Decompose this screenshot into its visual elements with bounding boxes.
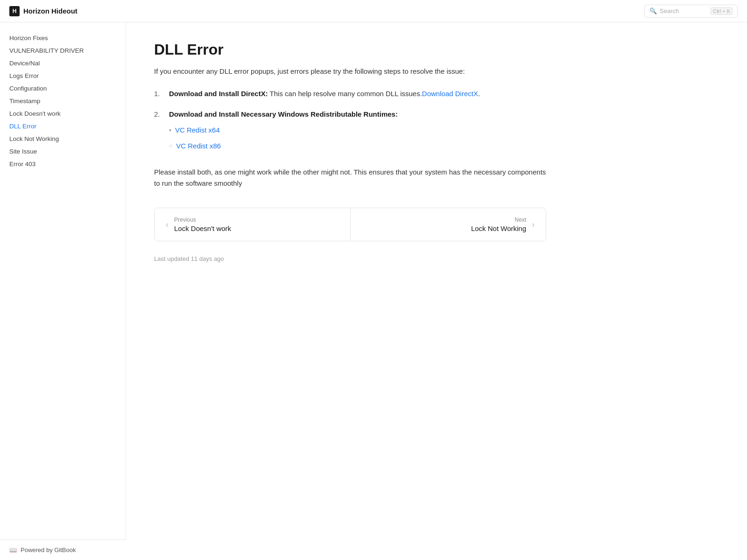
logo-icon: H <box>9 6 20 16</box>
powered-by-label: Powered by GitBook <box>21 546 76 553</box>
main-content: DLL Error If you encounter any DLL error… <box>126 22 574 560</box>
intro-text: If you encounter any DLL error popups, j… <box>154 66 546 77</box>
sub-item-link-2-2[interactable]: VC Redist x86 <box>176 140 221 152</box>
sidebar-item-timestamp[interactable]: Timestamp <box>0 95 126 107</box>
sidebar-item-logs-error[interactable]: Logs Error <box>0 70 126 82</box>
search-bar[interactable]: 🔍 Search Ctrl + K <box>644 5 738 18</box>
sub-list-2: VC Redist x64VC Redist x86 <box>169 125 546 152</box>
sidebar: Horizon FixesVULNERABILITY DRIVERDevice/… <box>0 22 126 560</box>
page-layout: Horizon FixesVULNERABILITY DRIVERDevice/… <box>0 22 747 560</box>
steps-list: 1.Download and Install DirectX: This can… <box>154 88 546 155</box>
site-name: Horizon Hideout <box>23 7 78 15</box>
sidebar-item-vulnerability-driver[interactable]: VULNERABILITY DRIVER <box>0 44 126 57</box>
sidebar-item-lock-not-working[interactable]: Lock Not Working <box>0 133 126 145</box>
sidebar-item-lock-doesnt-work[interactable]: Lock Doesn't work <box>0 107 126 120</box>
prev-nav-text: Previous Lock Doesn't work <box>174 217 231 232</box>
step-item-1: 1.Download and Install DirectX: This can… <box>154 88 546 99</box>
nav-cards: ‹ Previous Lock Doesn't work Next Lock N… <box>154 208 546 241</box>
next-nav-card[interactable]: Next Lock Not Working › <box>350 208 546 241</box>
search-shortcut: Ctrl + K <box>711 7 733 15</box>
step-content-2: Download and Install Necessary Windows R… <box>169 109 546 155</box>
step-item-2: 2.Download and Install Necessary Windows… <box>154 109 546 155</box>
sidebar-item-device-nal[interactable]: Device/Nal <box>0 57 126 70</box>
sub-list-inner-2: VC Redist x86 <box>169 140 546 152</box>
sub-item-link-2-1[interactable]: VC Redist x64 <box>175 125 220 136</box>
next-nav-text: Next Lock Not Working <box>471 217 526 232</box>
sidebar-item-dll-error[interactable]: DLL Error <box>0 120 126 133</box>
prev-arrow-icon: ‹ <box>166 220 169 230</box>
site-logo[interactable]: H Horizon Hideout <box>9 6 78 16</box>
sidebar-footer: 📖 Powered by GitBook <box>0 539 126 560</box>
sidebar-item-error-403[interactable]: Error 403 <box>0 158 126 170</box>
next-nav-title: Lock Not Working <box>471 224 526 232</box>
next-arrow-icon: › <box>532 220 535 230</box>
search-icon: 🔍 <box>649 7 657 14</box>
step-number-1: 1. <box>154 88 164 99</box>
last-updated: Last updated 11 days ago <box>154 255 546 262</box>
top-header: H Horizon Hideout 🔍 Search Ctrl + K <box>0 0 747 22</box>
sub-item-2-2: VC Redist x86 <box>169 140 546 152</box>
gitbook-icon: 📖 <box>9 546 17 553</box>
sub-item-2-1: VC Redist x64 <box>169 125 546 136</box>
next-nav-label: Next <box>471 217 526 223</box>
prev-nav-label: Previous <box>174 217 231 223</box>
step-link-1[interactable]: Download DirectX <box>422 90 478 98</box>
search-placeholder: Search <box>660 7 679 14</box>
sidebar-item-horizon-fixes[interactable]: Horizon Fixes <box>0 32 126 44</box>
closing-text: Please install both, as one might work w… <box>154 167 546 189</box>
prev-nav-title: Lock Doesn't work <box>174 224 231 232</box>
step-number-2: 2. <box>154 109 164 155</box>
prev-nav-card[interactable]: ‹ Previous Lock Doesn't work <box>155 208 350 241</box>
sidebar-item-configuration[interactable]: Configuration <box>0 82 126 95</box>
page-title: DLL Error <box>154 41 546 58</box>
step-content-1: Download and Install DirectX: This can h… <box>169 88 546 99</box>
sidebar-item-site-issue[interactable]: Site Issue <box>0 145 126 158</box>
